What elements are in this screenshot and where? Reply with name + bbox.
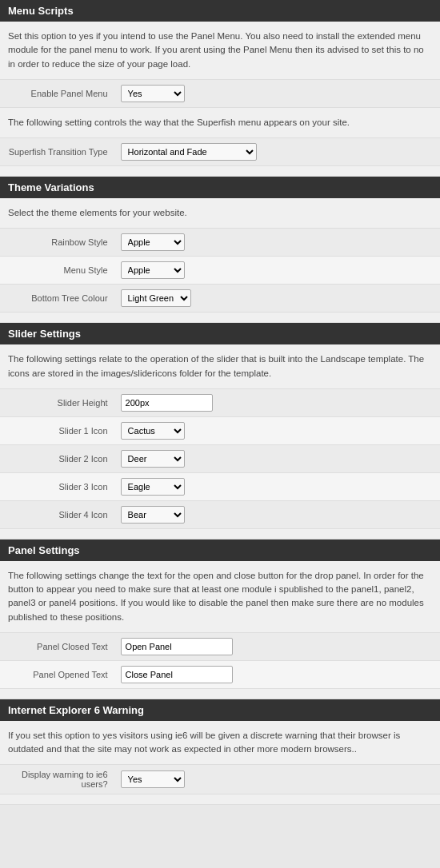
enable-panel-menu-label: Enable Panel Menu (31, 89, 108, 98)
slider-settings-description-row: The following settings relate to the ope… (0, 344, 440, 388)
theme-variations-description: Select the theme elements for your websi… (8, 208, 187, 217)
bottom-tree-colour-row: Bottom Tree Colour Light Green Dark Gree… (0, 285, 440, 313)
ie6-display-warning-row: Display warning to ie6 users? Yes No (0, 765, 440, 794)
ie6-display-warning-select[interactable]: Yes No (121, 770, 185, 788)
slider1-icon-select[interactable]: Cactus Apple Bear Deer Eagle (121, 422, 185, 440)
slider-settings-header: Slider Settings (0, 323, 440, 344)
bottom-tree-colour-label: Bottom Tree Colour (31, 293, 107, 303)
ie6-warning-description: If you set this option to yes visitors u… (8, 731, 400, 754)
theme-variations-description-row: Select the theme elements for your websi… (0, 198, 440, 229)
slider1-icon-label: Slider 1 Icon (58, 426, 107, 436)
slider-height-label: Slider Height (58, 398, 108, 408)
panel-opened-text-label: Panel Opened Text (33, 670, 107, 679)
panel-closed-text-input[interactable] (121, 638, 233, 655)
superfish-transition-row: Superfish Transition Type Horizontal and… (0, 138, 440, 166)
superfish-description: The following setting controls the way t… (8, 117, 350, 127)
slider3-icon-label: Slider 3 Icon (58, 482, 107, 492)
ie6-warning-description-row: If you set this option to yes visitors u… (0, 721, 440, 765)
superfish-transition-select[interactable]: Horizontal and Fade Vertical and Slide F… (121, 143, 257, 161)
panel-closed-text-row: Panel Closed Text (0, 632, 440, 660)
superfish-description-row: The following setting controls the way t… (0, 107, 440, 137)
ie6-display-warning-label: Display warning to ie6 users? (22, 770, 108, 789)
rainbow-style-row: Rainbow Style Apple Bear Cactus Deer Eag… (0, 229, 440, 257)
theme-variations-header: Theme Variations (0, 177, 440, 198)
ie6-warning-header: Internet Explorer 6 Warning (0, 699, 440, 721)
panel-closed-text-label: Panel Closed Text (37, 642, 107, 651)
panel-opened-text-row: Panel Opened Text (0, 660, 440, 688)
rainbow-style-label: Rainbow Style (51, 237, 107, 247)
slider-settings-description: The following settings relate to the ope… (8, 354, 424, 377)
panel-settings-description: The following settings change the text f… (8, 571, 424, 622)
menu-style-select[interactable]: Apple Bear Cactus Deer Eagle (121, 261, 185, 279)
slider-height-input[interactable] (121, 394, 213, 412)
enable-panel-menu-row: Enable Panel Menu Yes No (0, 79, 440, 107)
panel-settings-header: Panel Settings (0, 540, 440, 561)
slider4-icon-row: Slider 4 Icon Bear Apple Cactus Deer Eag… (0, 500, 440, 528)
menu-style-row: Menu Style Apple Bear Cactus Deer Eagle (0, 257, 440, 285)
superfish-transition-label: Superfish Transition Type (9, 147, 108, 157)
slider1-icon-row: Slider 1 Icon Cactus Apple Bear Deer Eag… (0, 416, 440, 444)
enable-panel-menu-select[interactable]: Yes No (121, 85, 185, 102)
menu-scripts-description-row: Set this option to yes if you intend to … (0, 22, 440, 79)
slider-height-row: Slider Height (0, 388, 440, 416)
slider2-icon-label: Slider 2 Icon (58, 454, 107, 464)
bottom-tree-colour-select[interactable]: Light Green Dark Green Blue Red (121, 289, 191, 307)
rainbow-style-select[interactable]: Apple Bear Cactus Deer Eagle (121, 233, 185, 251)
slider3-icon-select[interactable]: Eagle Apple Bear Cactus Deer (121, 478, 185, 496)
menu-scripts-header: Menu Scripts (0, 0, 440, 22)
slider4-icon-select[interactable]: Bear Apple Cactus Deer Eagle (121, 506, 185, 524)
slider3-icon-row: Slider 3 Icon Eagle Apple Bear Cactus De… (0, 472, 440, 500)
page-wrapper: Menu Scripts Set this option to yes if y… (0, 0, 440, 805)
menu-scripts-description: Set this option to yes if you intend to … (8, 31, 424, 69)
slider4-icon-label: Slider 4 Icon (58, 510, 107, 520)
menu-style-label: Menu Style (64, 265, 108, 275)
panel-settings-description-row: The following settings change the text f… (0, 561, 440, 633)
slider2-icon-select[interactable]: Deer Apple Bear Cactus Eagle (121, 450, 185, 468)
slider2-icon-row: Slider 2 Icon Deer Apple Bear Cactus Eag… (0, 444, 440, 472)
panel-opened-text-input[interactable] (121, 666, 233, 683)
